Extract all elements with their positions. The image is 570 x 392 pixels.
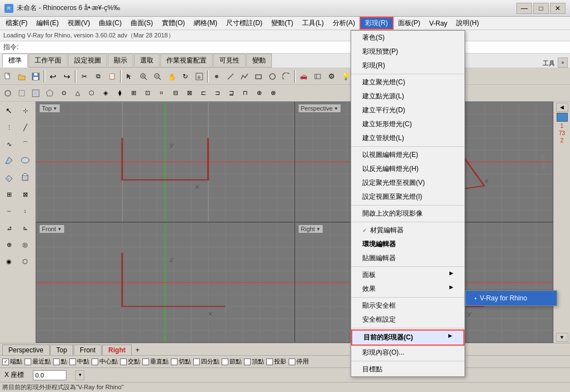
snap-midpoint[interactable]: 中點 <box>69 357 89 366</box>
tab-setview[interactable]: 設定視圖 <box>68 54 107 68</box>
props-expand-button[interactable]: ◀ <box>556 103 568 112</box>
menu-create-rectlight[interactable]: 建立矩形燈光(C) <box>351 117 464 131</box>
lt-dim-button[interactable]: ↔ <box>1 203 17 219</box>
snap-center[interactable]: 中心點 <box>92 357 118 366</box>
select-cursor-button[interactable] <box>1 87 15 100</box>
circle-button[interactable] <box>266 70 279 83</box>
lt-point-cloud-button[interactable]: ⋮ <box>1 119 17 135</box>
lasso-button[interactable] <box>29 87 42 100</box>
lt-curve2-button[interactable]: ⌒ <box>17 136 33 152</box>
cut-button[interactable]: ✂ <box>78 70 91 83</box>
tb2-b13[interactable]: ⊟ <box>169 87 182 100</box>
tab-top[interactable]: Top <box>50 345 73 355</box>
snap-point[interactable]: 點 <box>53 357 67 366</box>
tb2-b7[interactable]: ⬡ <box>85 87 98 100</box>
tb2-b9[interactable]: ⧫ <box>113 87 126 100</box>
tb2-b14[interactable]: ⊠ <box>183 87 196 100</box>
box-select-button[interactable] <box>15 87 28 100</box>
viewport-top[interactable]: x y Top ▼ <box>36 102 295 222</box>
menu-item-mesh[interactable]: 網格(M) <box>189 17 222 29</box>
lt-extra-button[interactable]: ⬡ <box>17 254 33 269</box>
menu-item-transform[interactable]: 變動(T) <box>267 17 298 29</box>
point-button[interactable] <box>210 70 223 83</box>
snap-nearest[interactable]: 最近點 <box>25 357 51 366</box>
menu-item-surface[interactable]: 曲面(S) <box>126 17 157 29</box>
polygon-select-button[interactable] <box>43 87 56 100</box>
menu-item-tools[interactable]: 工具(L) <box>298 17 328 29</box>
lt-dim2-button[interactable]: ↕ <box>17 203 33 219</box>
menu-item-vray[interactable]: V-Ray <box>425 18 452 28</box>
menu-item-file[interactable]: 檔案(F) <box>1 17 32 29</box>
zoom-in-button[interactable] <box>137 70 150 83</box>
tb2-b8[interactable]: ◈ <box>99 87 112 100</box>
menu-item-view[interactable]: 視圖(V) <box>63 17 94 29</box>
menu-show-safe-frame[interactable]: 顯示安全框 <box>351 299 464 313</box>
menu-material-editor[interactable]: ✓ 材質編輯器 <box>351 223 464 237</box>
menu-item-render[interactable]: 彩現(R) <box>360 17 394 30</box>
right-panel-dropdown[interactable]: ▼ <box>556 333 568 342</box>
lt-curve-button[interactable]: ∿ <box>1 136 17 152</box>
menu-texture-editor[interactable]: 貼圖編輯器 <box>351 251 464 265</box>
rect-button[interactable] <box>252 70 265 83</box>
lt-surface2-button[interactable] <box>17 153 33 169</box>
tab-select[interactable]: 選取 <box>134 54 160 68</box>
save-file-button[interactable] <box>29 70 42 83</box>
close-button[interactable]: ✕ <box>550 3 566 14</box>
tab-visible[interactable]: 可見性 <box>213 54 246 68</box>
lt-arrow-button[interactable]: ↖ <box>1 103 17 118</box>
line-button[interactable] <box>224 70 237 83</box>
menu-set-view-light[interactable]: 設定視圖至聚光燈(I) <box>351 190 464 204</box>
lt-solid2-button[interactable] <box>17 170 33 185</box>
menu-bookmark[interactable]: 目標點 <box>351 362 464 376</box>
menu-render-color[interactable]: 著色(S) <box>351 31 464 45</box>
new-file-button[interactable] <box>1 70 15 83</box>
lt-transform2-button[interactable]: ⊾ <box>17 220 33 236</box>
menu-item-analyze[interactable]: 分析(A) <box>328 17 360 29</box>
menu-render-preview[interactable]: 彩現預覽(P) <box>351 45 464 59</box>
menu-panel[interactable]: 面板 ▶ <box>351 268 464 282</box>
command-input[interactable] <box>22 43 567 52</box>
snap-knot[interactable]: 節點 <box>222 357 242 366</box>
color-swatch[interactable] <box>557 113 568 122</box>
lt-analyze-button[interactable]: ⊕ <box>1 237 17 252</box>
menu-effects[interactable]: 效果 ▶ <box>351 282 464 296</box>
snap-intersection[interactable]: 交點 <box>120 357 140 366</box>
menu-set-light-view[interactable]: 設定聚光燈至視圖(V) <box>351 176 464 190</box>
menu-render-content[interactable]: 彩現內容(O)... <box>351 346 464 360</box>
redo-button[interactable]: ↪ <box>60 70 74 83</box>
pan-button[interactable]: ✋ <box>165 70 178 83</box>
submenu-vray-rhino[interactable]: • V-Ray for Rhino <box>466 291 557 305</box>
undo-button[interactable]: ↩ <box>46 70 60 83</box>
zoom-out-button[interactable] <box>151 70 164 83</box>
extra-btn1[interactable] <box>311 70 324 83</box>
settings-button[interactable]: ⚙ <box>325 70 338 83</box>
select-button[interactable] <box>123 70 136 83</box>
tb2-b12[interactable]: ⌗ <box>155 87 168 100</box>
tab-add[interactable]: + <box>132 345 143 355</box>
menu-environment-editor[interactable]: 環境編輯器 <box>351 237 464 251</box>
menu-item-panel[interactable]: 面板(P) <box>394 17 425 29</box>
menu-edit-lights-reflect[interactable]: 以反光編輯燈光(H) <box>351 162 464 176</box>
x-coord-input[interactable] <box>33 370 66 380</box>
menu-safe-frame-settings[interactable]: 安全框設定 <box>351 313 464 327</box>
menu-render-now[interactable]: 彩現(R) <box>351 59 464 73</box>
menu-create-parallel[interactable]: 建立平行光(D) <box>351 103 464 117</box>
tab-display[interactable]: 顯示 <box>108 54 133 68</box>
snap-vertex[interactable]: 頂點 <box>244 357 264 366</box>
snap-quadrant[interactable]: 四分點 <box>193 357 219 366</box>
car-icon-button[interactable]: 🚗 <box>297 70 310 83</box>
arc-button[interactable] <box>280 70 293 83</box>
tab-perspective[interactable]: Perspective <box>2 345 50 355</box>
snap-endpoint[interactable]: ✓ 端點 <box>2 357 22 366</box>
menu-item-help[interactable]: 說明(H) <box>452 17 483 29</box>
viewport-perspective-label[interactable]: Perspective ▼ <box>299 104 341 112</box>
menu-edit-lights-view[interactable]: 以視圖編輯燈光(E) <box>351 148 464 162</box>
snap-project[interactable]: 投影 <box>266 357 286 366</box>
lt-solid-button[interactable] <box>1 170 17 185</box>
menu-create-spotlight[interactable]: 建立聚光燈(C) <box>351 75 464 89</box>
tb2-b10[interactable]: ⊞ <box>127 87 140 100</box>
viewport-top-label[interactable]: Top ▼ <box>40 104 60 112</box>
menu-create-pointlight[interactable]: 建立點光源(L) <box>351 89 464 103</box>
tb2-b18[interactable]: ⊓ <box>238 87 252 100</box>
coord-dropdown-button[interactable]: ▼ <box>75 370 84 380</box>
